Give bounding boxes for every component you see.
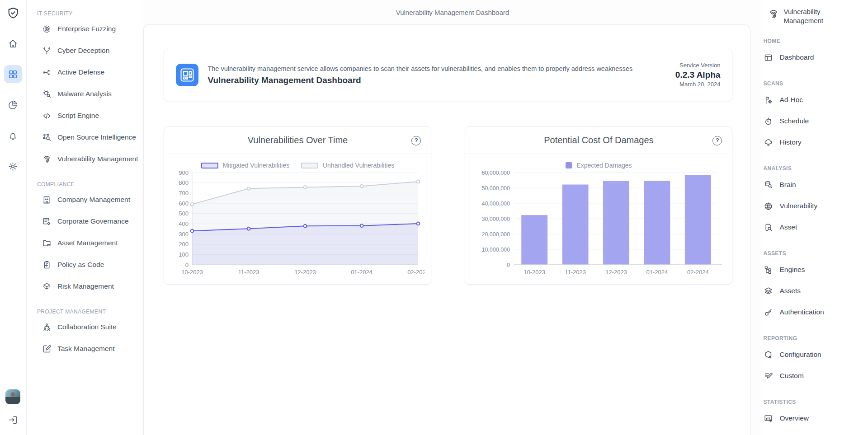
section-title: PROJECT MANAGEMENT [37, 307, 144, 316]
sidebar-item-label: Brain [779, 181, 796, 189]
user-avatar[interactable] [5, 389, 20, 404]
sidebar-item-asset-management[interactable]: Asset Management [37, 232, 144, 254]
right-sidebar-item-engines[interactable]: Engines [763, 259, 864, 281]
sidebar-item-open-source-intelligence[interactable]: Open Source Intelligence [37, 126, 144, 148]
sidebar-item-label: Dashboard [779, 53, 814, 61]
sidebar-item-label: Task Management [57, 345, 115, 353]
sidebar-item-label: Authentication [779, 308, 824, 316]
svg-text:01-2024: 01-2024 [351, 269, 373, 276]
legend-item-unhandled-vulnerabilities[interactable]: Unhandled Vulnerabilities [301, 162, 394, 169]
section-title: REPORTING [763, 334, 864, 343]
right-sidebar-item-configuration[interactable]: Configuration [763, 344, 864, 365]
sidebar-item-policy-as-code[interactable]: Policy as Code [37, 254, 144, 276]
svg-text:11-2023: 11-2023 [565, 269, 586, 276]
bar-chart: 010,000,00020,000,00030,000,00040,000,00… [472, 169, 725, 280]
svg-text:12-2023: 12-2023 [295, 269, 316, 276]
legend-item-mitigated-vulnerabilities[interactable]: Mitigated Vulnerabilities [201, 162, 289, 169]
rail-button-home[interactable] [4, 34, 22, 52]
right-sidebar-item-dashboard[interactable]: Dashboard [763, 47, 864, 68]
svg-text:30,000,000: 30,000,000 [482, 216, 510, 222]
sidebar-item-collaboration-suite[interactable]: Collaboration Suite [37, 316, 144, 338]
logout-button[interactable] [4, 411, 22, 429]
sidebar-item-label: Company Management [57, 196, 130, 204]
sidebar-item-label: Script Engine [57, 112, 99, 120]
logout-icon [8, 415, 18, 425]
help-icon[interactable]: ? [712, 136, 722, 145]
sidebar-item-label: Schedule [779, 117, 809, 125]
page-title: Vulnerability Management Dashboard [396, 9, 509, 16]
sidebar-item-label: Risk Management [57, 282, 114, 290]
right-sidebar-section: STATISTICSOverview [763, 398, 864, 429]
document-gear-icon [42, 217, 52, 226]
right-sidebar-item-vulnerability[interactable]: Vulnerability [763, 196, 864, 217]
sidebar-item-cyber-deception[interactable]: Cyber Deception [37, 40, 144, 61]
right-sidebar-item-brain[interactable]: Brain [763, 174, 864, 196]
svg-text:60,000,000: 60,000,000 [482, 170, 510, 176]
sidebar-item-label: Corporate Governance [57, 217, 129, 225]
sidebar-item-malware-analysis[interactable]: Malware Analysis [37, 83, 144, 105]
right-sidebar-item-ad-hoc[interactable]: Ad-Hoc [763, 89, 864, 111]
sidebar-item-label: Configuration [779, 351, 821, 359]
sidebar-item-risk-management[interactable]: Risk Management [37, 276, 144, 297]
sidebar-item-script-engine[interactable]: Script Engine [37, 105, 144, 126]
legend-item-expected-damages[interactable]: Expected Damages [566, 162, 632, 169]
branch-icon [42, 46, 52, 56]
right-sidebar-section: ANALYSISBrainVulnerabilityAsset [763, 164, 864, 238]
right-sidebar-item-history[interactable]: History [763, 132, 864, 153]
right-sidebar-item-schedule[interactable]: Schedule [763, 111, 864, 132]
svg-text:800: 800 [179, 179, 189, 186]
section-title: SCANS [763, 79, 864, 88]
legend-label: Expected Damages [576, 162, 632, 169]
bell-icon [8, 131, 18, 141]
section-title: COMPLIANCE [37, 180, 144, 189]
right-sidebar-section: HOMEDashboard [763, 37, 864, 68]
sidebar-section: PROJECT MANAGEMENTCollaboration SuiteTas… [37, 307, 144, 360]
gear-icon [8, 161, 18, 172]
rail-button-reports[interactable] [4, 96, 22, 114]
svg-text:600: 600 [179, 200, 189, 207]
svg-text:400: 400 [179, 220, 189, 227]
right-sidebar-item-assets[interactable]: Assets [763, 281, 864, 302]
database-search-icon [764, 180, 773, 190]
svg-text:300: 300 [179, 231, 189, 238]
sidebar-item-label: History [779, 138, 801, 146]
rail-button-notifications[interactable] [4, 126, 22, 145]
chart-header: Potential Cost Of Damages ? [465, 127, 732, 154]
rail-button-apps[interactable] [4, 65, 22, 83]
icon-rail [0, 0, 27, 435]
rail-button-settings[interactable] [4, 157, 22, 175]
sidebar-item-active-defense[interactable]: Active Defense [37, 61, 144, 83]
sidebar-item-vulnerability-management[interactable]: Vulnerability Management [37, 148, 144, 170]
flag-icon [764, 95, 773, 105]
service-version-value: 0.2.3 Alpha [675, 70, 721, 80]
right-sidebar-item-custom[interactable]: Custom [763, 365, 864, 387]
sidebar-item-corporate-governance[interactable]: Corporate Governance [37, 210, 144, 232]
chart-body: Expected Damages 010,000,00020,000,00030… [465, 162, 732, 280]
right-sidebar-item-overview[interactable]: Overview [763, 408, 864, 429]
svg-text:02-2024: 02-2024 [687, 269, 709, 276]
sidebar-item-label: Overview [779, 414, 809, 422]
section-title: HOME [763, 37, 864, 46]
key-icon [764, 308, 773, 317]
hierarchy-icon [764, 265, 773, 275]
right-sidebar-item-asset[interactable]: Asset [763, 217, 864, 238]
sidebar-item-label: Engines [779, 266, 805, 274]
legend-label: Unhandled Vulnerabilities [323, 162, 394, 169]
home-icon [8, 38, 18, 49]
left-sidebar: IT SECURITYEnterprise FuzzingCyber Decep… [27, 0, 144, 435]
main-area: Vulnerability Management Dashboard The v… [143, 0, 761, 435]
info-card-text: The vulnerability management service all… [208, 65, 666, 85]
help-icon[interactable]: ? [411, 136, 421, 145]
service-version-block: Service Version 0.2.3 Alpha March 20, 20… [675, 61, 721, 89]
svg-text:900: 900 [179, 169, 189, 176]
svg-text:40,000,000: 40,000,000 [482, 201, 510, 207]
sidebar-section: IT SECURITYEnterprise FuzzingCyber Decep… [37, 9, 144, 170]
edit-square-icon [42, 344, 52, 354]
svg-text:11-2023: 11-2023 [238, 269, 259, 276]
sidebar-item-enterprise-fuzzing[interactable]: Enterprise Fuzzing [37, 18, 144, 40]
sidebar-item-company-management[interactable]: Company Management [37, 189, 144, 210]
sidebar-item-label: Enterprise Fuzzing [57, 25, 116, 33]
section-title: ASSETS [763, 249, 864, 258]
sidebar-item-task-management[interactable]: Task Management [37, 338, 144, 360]
right-sidebar-item-authentication[interactable]: Authentication [763, 302, 864, 323]
